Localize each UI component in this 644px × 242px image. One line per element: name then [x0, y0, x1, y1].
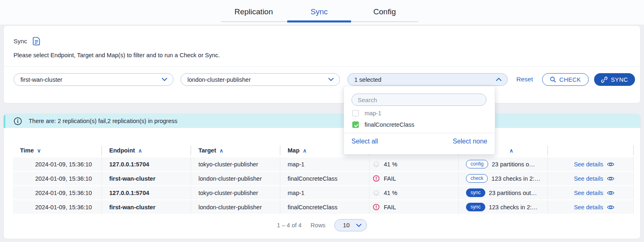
tab-replication[interactable]: Replication	[221, 4, 286, 21]
cell-map: finalConcreteClass	[280, 200, 369, 214]
pagination-range: 1 – 4 of 4	[277, 222, 302, 229]
info-banner-text: There are: 2 replication(s) fail,2 repli…	[29, 118, 177, 124]
table-row: 2024-01-09, 15:36:10 first-wan-cluster l…	[13, 172, 640, 185]
event-message: 123 checks in 2:…	[489, 204, 538, 211]
checkbox-checked[interactable]	[352, 121, 359, 128]
event-badge: config	[466, 160, 488, 168]
card-title: Sync	[14, 38, 27, 45]
sync-filter-card: Sync Please select Endpoint, Target and …	[3, 25, 641, 103]
event-message: 23 partitions out…	[489, 190, 537, 196]
cell-event: sync 23 partitions out…	[459, 186, 548, 199]
target-select[interactable]: london-cluster-publisher	[180, 73, 340, 86]
search-icon	[550, 76, 556, 83]
tab-bar: Replication Sync Config	[221, 4, 418, 22]
cell-event: sync 123 checks in 2:…	[459, 200, 548, 214]
check-button[interactable]: CHECK	[542, 73, 589, 86]
info-banner: There are: 2 replication(s) fail,2 repli…	[4, 114, 640, 128]
sort-desc-icon[interactable]: ∨	[37, 148, 41, 154]
reset-button[interactable]: Reset	[516, 76, 533, 83]
cell-time: 2024-01-09, 15:36:10	[13, 186, 102, 199]
map-option-label: map-1	[365, 110, 381, 117]
map-multiselect-dropdown: map-1 finalConcreteClass Select all Sele…	[344, 86, 495, 155]
rows-per-page-value: 10	[343, 222, 356, 229]
status-text: FAIL	[384, 175, 396, 182]
table-header-row: Time∨ Endpoint∧ Target∧ Map∧ ∧	[13, 144, 640, 157]
status-text: FAIL	[384, 204, 396, 211]
cell-event: check 123 checks in 2:…	[459, 172, 548, 185]
sync-button-label: SYNC	[611, 76, 628, 83]
event-message: 123 checks in 2:…	[491, 175, 540, 182]
event-badge: check	[466, 174, 488, 182]
endpoint-select-value: first-wan-cluster	[20, 76, 162, 83]
chevron-up-icon	[496, 78, 502, 81]
spinner-icon	[373, 161, 380, 168]
cell-status: 41 %	[369, 157, 459, 171]
map-select-value: 1 selected	[354, 76, 496, 83]
column-header-target[interactable]: Target∧	[191, 146, 280, 155]
endpoint-select[interactable]: first-wan-cluster	[14, 73, 173, 86]
pagination: 1 – 4 of 4 Rows 10	[4, 219, 640, 231]
sort-asc-icon[interactable]: ∧	[509, 148, 513, 154]
cell-time: 2024-01-09, 15:36:10	[13, 172, 102, 185]
event-message: 23 partitions o…	[492, 161, 535, 168]
cell-time: 2024-01-09, 15:36:10	[13, 200, 102, 214]
chevron-down-icon	[162, 78, 167, 81]
search-input[interactable]	[351, 94, 486, 106]
select-none-link[interactable]: Select none	[453, 138, 487, 145]
tab-sync[interactable]: Sync	[286, 4, 352, 21]
cell-target: tokyo-cluster-publisher	[191, 186, 280, 199]
sort-asc-icon[interactable]: ∧	[303, 148, 307, 154]
link-icon	[601, 76, 608, 83]
divider	[4, 66, 640, 67]
select-all-link[interactable]: Select all	[351, 138, 378, 145]
sync-button[interactable]: SYNC	[594, 73, 635, 86]
document-icon[interactable]	[33, 37, 41, 45]
cell-endpoint: 127.0.0.1:5704	[102, 157, 191, 171]
cell-target: london-cluster-publisher	[191, 172, 280, 185]
cell-map: map-1	[280, 186, 369, 199]
see-details-link[interactable]: See details	[548, 200, 634, 214]
error-icon	[373, 204, 380, 211]
filter-instructions: Please select Endpoint, Target and Map(s…	[14, 52, 220, 58]
column-header-time[interactable]: Time∨	[13, 146, 102, 155]
checkbox-unchecked[interactable]	[352, 110, 359, 117]
column-header-endpoint[interactable]: Endpoint∧	[102, 146, 191, 155]
cell-event: config 23 partitions o…	[459, 157, 548, 171]
sort-asc-icon[interactable]: ∧	[219, 148, 223, 154]
status-text: 41 %	[384, 190, 397, 196]
cell-status: FAIL	[369, 172, 459, 185]
rows-per-page-label: Rows	[311, 222, 325, 229]
sort-asc-icon[interactable]: ∧	[138, 148, 142, 154]
cell-status: 41 %	[369, 186, 459, 199]
cell-endpoint: first-wan-cluster	[102, 172, 191, 185]
check-button-label: CHECK	[559, 76, 581, 83]
target-select-value: london-cluster-publisher	[187, 76, 328, 83]
table-row: 2024-01-09, 15:36:10 first-wan-cluster l…	[13, 200, 640, 214]
cell-target: tokyo-cluster-publisher	[191, 157, 280, 171]
status-text: 41 %	[384, 161, 397, 168]
map-option[interactable]: finalConcreteClass	[352, 121, 414, 128]
eye-icon	[607, 161, 615, 167]
cell-map: map-1	[280, 157, 369, 171]
map-multiselect[interactable]: 1 selected	[347, 73, 508, 86]
map-option-label: finalConcreteClass	[365, 121, 414, 128]
rows-per-page-select[interactable]: 10	[334, 219, 367, 231]
cell-endpoint: first-wan-cluster	[102, 200, 191, 214]
eye-icon	[607, 190, 615, 196]
table-row: 2024-01-09, 15:36:10 127.0.0.1:5704 toky…	[13, 157, 640, 171]
see-details-link[interactable]: See details	[548, 157, 634, 171]
chevron-down-icon	[328, 78, 334, 81]
cell-endpoint: 127.0.0.1:5704	[102, 186, 191, 199]
info-icon	[14, 117, 22, 125]
event-badge: sync	[466, 203, 485, 211]
column-header-details	[548, 146, 634, 155]
cell-status: FAIL	[369, 200, 459, 214]
error-icon	[373, 175, 380, 182]
event-badge: sync	[466, 188, 485, 197]
see-details-link[interactable]: See details	[548, 172, 634, 185]
see-details-link[interactable]: See details	[548, 186, 634, 199]
spinner-icon	[373, 189, 380, 196]
map-option[interactable]: map-1	[352, 110, 381, 117]
cell-target: london-cluster-publisher	[191, 200, 280, 214]
tab-config[interactable]: Config	[352, 4, 417, 21]
